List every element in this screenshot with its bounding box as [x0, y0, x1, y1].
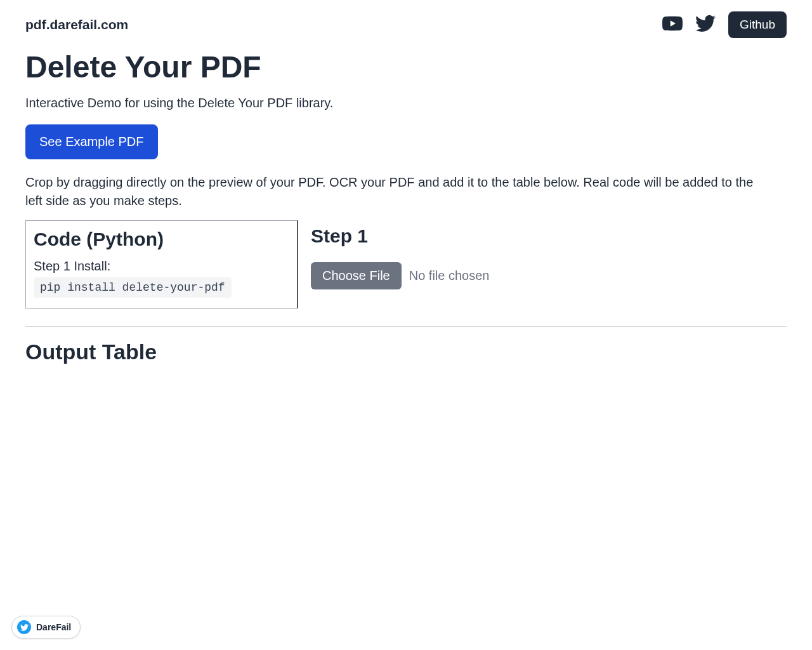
output-table-heading: Output Table	[25, 340, 787, 364]
step-panel: Step 1 Choose File No file chosen	[311, 220, 787, 308]
twitter-icon	[695, 13, 716, 34]
site-name[interactable]: pdf.darefail.com	[25, 17, 128, 32]
github-button[interactable]: Github	[728, 11, 787, 38]
subtitle: Interactive Demo for using the Delete Yo…	[25, 96, 787, 110]
install-label: Step 1 Install:	[34, 259, 287, 274]
step-heading: Step 1	[311, 225, 787, 247]
section-divider	[25, 326, 787, 327]
code-panel-heading: Code (Python)	[34, 229, 287, 250]
header: pdf.darefail.com Github	[25, 11, 787, 38]
twitter-link[interactable]	[695, 13, 716, 36]
twitter-badge-icon	[17, 620, 31, 634]
instructions-text: Crop by dragging directly on the preview…	[25, 173, 755, 210]
page-title: Delete Your PDF	[25, 50, 787, 84]
see-example-pdf-button[interactable]: See Example PDF	[25, 124, 158, 159]
choose-file-button[interactable]: Choose File	[311, 262, 402, 289]
twitter-icon	[20, 623, 29, 632]
file-input-row: Choose File No file chosen	[311, 262, 787, 289]
code-panel: Code (Python) Step 1 Install: pip instal…	[25, 220, 298, 308]
file-status-text: No file chosen	[409, 269, 490, 283]
install-command: pip install delete-your-pdf	[34, 277, 232, 298]
nav-right: Github	[662, 11, 787, 38]
darefail-badge[interactable]: DareFail	[11, 616, 81, 639]
youtube-icon	[662, 13, 683, 34]
two-column-layout: Code (Python) Step 1 Install: pip instal…	[25, 220, 787, 308]
badge-text: DareFail	[36, 622, 71, 632]
youtube-link[interactable]	[662, 13, 683, 36]
